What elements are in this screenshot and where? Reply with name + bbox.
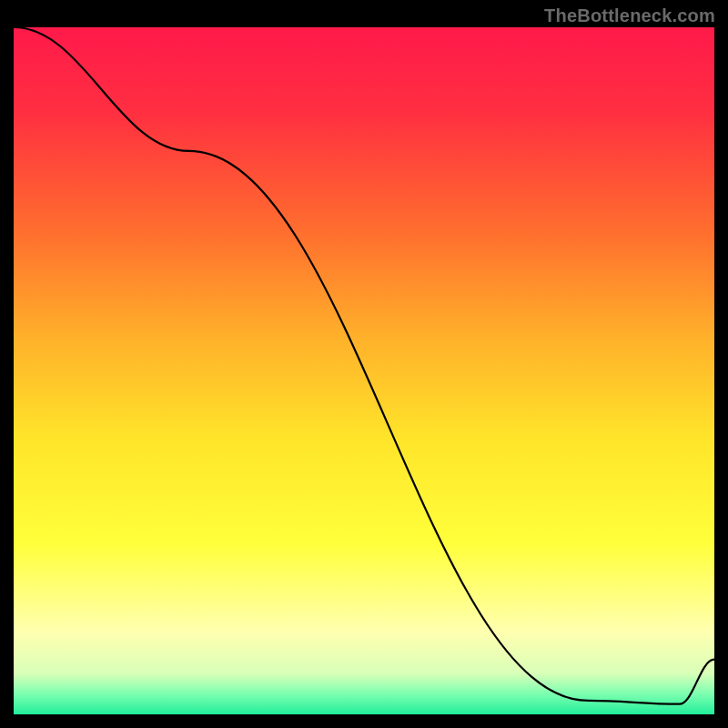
chart-container: TheBottleneck.com xyxy=(0,0,728,728)
plot-area xyxy=(14,27,714,714)
watermark-text: TheBottleneck.com xyxy=(544,5,715,26)
chart-svg xyxy=(14,27,714,714)
